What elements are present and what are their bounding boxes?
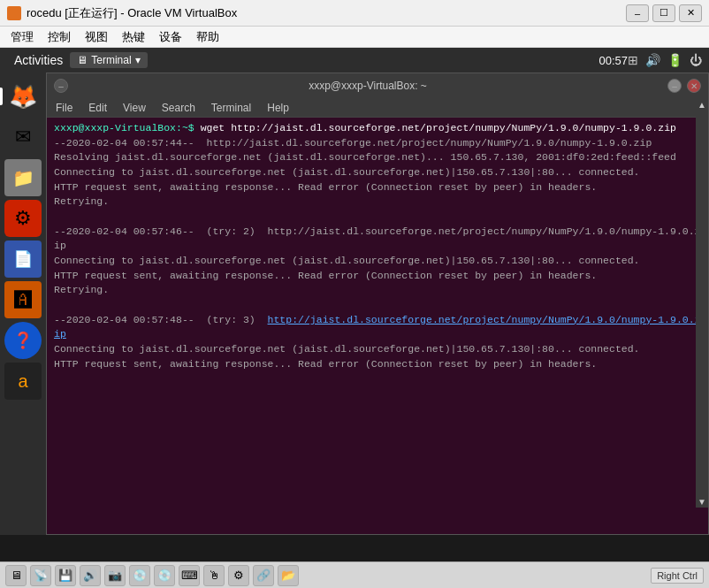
term-menu-search[interactable]: Search [158,101,199,115]
sidebar-app-files[interactable]: 📁 [4,159,42,196]
terminal-close-button[interactable]: ✕ [687,79,701,93]
close-button[interactable]: ✕ [679,4,702,22]
topbar-right-icons: ⊞ 🔊 🔋 ⏻ [628,53,702,67]
terminal-titlebar: – xxxp@xxxp-VirtualBox: ~ – ✕ [47,73,708,98]
term-line-blank-2 [54,298,701,313]
menu-devices[interactable]: 设备 [152,27,189,47]
term-line-7: Connecting to jaist.dl.sourceforge.net (… [54,254,701,269]
vbox-taskbar-right: Right Ctrl [651,568,704,584]
sidebar-app-firefox[interactable]: 🦊 [4,78,42,115]
term-line-1: --2020-02-04 00:57:44-- http://jaist.dl.… [54,136,701,151]
activities-button[interactable]: Activities [7,53,70,67]
vbox-menubar: 管理 控制 视图 热键 设备 帮助 [0,27,709,48]
vbox-titlebar: rocedu [正在运行] - Oracle VM VirtualBox – ☐… [0,0,709,27]
battery-icon: 🔋 [667,53,682,67]
sidebar-app-libreoffice[interactable]: 📄 [4,241,42,278]
network-icon: ⊞ [628,53,638,67]
term-line-8: HTTP request sent, awaiting response... … [54,269,701,284]
term-menu-view[interactable]: View [119,101,149,115]
term-line-3: Connecting to jaist.dl.sourceforge.net (… [54,165,701,180]
taskbar-icon-misc1[interactable]: ⌨ [179,565,200,586]
window-controls: – ☐ ✕ [626,4,702,22]
scroll-up-arrow[interactable]: ▲ [696,98,708,111]
term-menu-file[interactable]: File [52,101,76,115]
term-link-url[interactable]: http://jaist.dl.sourceforge.net/project/… [54,314,701,340]
scroll-indicator: ▲ ▼ [696,98,708,508]
vbox-icon [7,6,21,20]
term-line-2: Resolving jaist.dl.sourceforge.net (jais… [54,150,701,165]
term-line-10: --2020-02-04 00:57:48-- (try: 3) http://… [54,313,701,342]
vbox-taskbar-icons: 🖥 📡 💾 🔊 📷 💿 💿 ⌨ 🖱 ⚙ 🔗 📂 [5,565,651,586]
taskbar-icon-net[interactable]: 📡 [30,565,51,586]
term-menu-edit[interactable]: Edit [85,101,111,115]
window-title: rocedu [正在运行] - Oracle VM VirtualBox [27,5,626,21]
ubuntu-sidebar: 🦊 ✉ 📁 ⚙ 📄 🅰 ❓ a [0,73,46,535]
vbox-window: rocedu [正在运行] - Oracle VM VirtualBox – ☐… [0,0,709,588]
ubuntu-topbar: Activities 🖥 Terminal ▾ 00:57 ⊞ 🔊 🔋 ⏻ [0,48,709,73]
term-line-12: HTTP request sent, awaiting response... … [54,357,701,372]
terminal-title-buttons: – [54,79,68,93]
term-line-11: Connecting to jaist.dl.sourceforge.net (… [54,342,701,357]
menu-manage[interactable]: 管理 [4,27,41,47]
scroll-down-arrow[interactable]: ▼ [696,495,708,508]
clock: 00:57 [598,54,628,67]
menu-help[interactable]: 帮助 [189,27,226,47]
terminal-menubar: File Edit View Search Terminal Help [47,98,708,118]
taskbar-icon-cam[interactable]: 📷 [104,565,126,586]
right-ctrl-label: Right Ctrl [651,568,704,584]
taskbar-icon-audio[interactable]: 🔊 [80,565,101,586]
terminal-close-buttons: – ✕ [667,79,701,93]
taskbar-icon-misc4[interactable]: 🔗 [253,565,274,586]
terminal-title-text: xxxp@xxxp-VirtualBox: ~ [68,80,667,92]
power-icon: ⏻ [690,53,702,67]
menu-view[interactable]: 视图 [78,27,115,47]
term-line-blank-1 [54,210,701,225]
menu-hotkey[interactable]: 热键 [115,27,152,47]
ubuntu-desktop: Activities 🖥 Terminal ▾ 00:57 ⊞ 🔊 🔋 ⏻ 🦊 … [0,48,709,561]
sidebar-app-software[interactable]: 🅰 [4,281,42,318]
term-line-4: HTTP request sent, awaiting response... … [54,180,701,195]
term-line-prompt: xxxp@xxxp-VirtualBox:~$ wget http://jais… [54,121,701,136]
maximize-button[interactable]: ☐ [652,4,675,22]
terminal-icon: 🖥 [77,54,88,66]
menu-control[interactable]: 控制 [41,27,78,47]
minimize-button[interactable]: – [626,4,649,22]
sidebar-app-thunderbird[interactable]: ✉ [4,118,42,156]
sidebar-app-help[interactable]: ❓ [4,322,42,359]
sidebar-app-amazon[interactable]: a [4,363,42,400]
taskbar-icon-misc2[interactable]: 🖱 [203,565,225,586]
sidebar-app-rhythmbox[interactable]: ⚙ [4,200,42,237]
ubuntu-bottom-panel [0,535,709,561]
taskbar-icon-usb[interactable]: 💾 [55,565,76,586]
taskbar-icon-misc3[interactable]: ⚙ [228,565,249,586]
terminal-minimize-button[interactable]: – [667,79,682,93]
taskbar-icon-share[interactable]: 📂 [278,565,299,586]
taskbar-icon-hdd2[interactable]: 💿 [154,565,175,586]
terminal-min-button[interactable]: – [54,79,68,93]
term-menu-terminal[interactable]: Terminal [208,101,255,115]
terminal-content[interactable]: xxxp@xxxp-VirtualBox:~$ wget http://jais… [47,118,708,534]
taskbar-icon-hdd1[interactable]: 💿 [129,565,150,586]
terminal-dropdown-icon: ▾ [135,54,141,66]
term-line-9: Retrying. [54,283,701,298]
sound-icon: 🔊 [645,53,660,67]
term-line-5: Retrying. [54,195,701,210]
taskbar-icon-display[interactable]: 🖥 [5,565,27,586]
vbox-taskbar: 🖥 📡 💾 🔊 📷 💿 💿 ⌨ 🖱 ⚙ 🔗 📂 Right Ctrl [0,561,709,588]
topbar-center: 🖥 Terminal ▾ 00:57 [70,52,628,68]
terminal-tab[interactable]: 🖥 Terminal ▾ [70,52,147,68]
term-line-6: --2020-02-04 00:57:46-- (try: 2) http://… [54,225,701,254]
terminal-window: – xxxp@xxxp-VirtualBox: ~ – ✕ File Edit … [46,73,709,535]
term-menu-help[interactable]: Help [263,101,293,115]
terminal-tab-label: Terminal [91,54,131,66]
